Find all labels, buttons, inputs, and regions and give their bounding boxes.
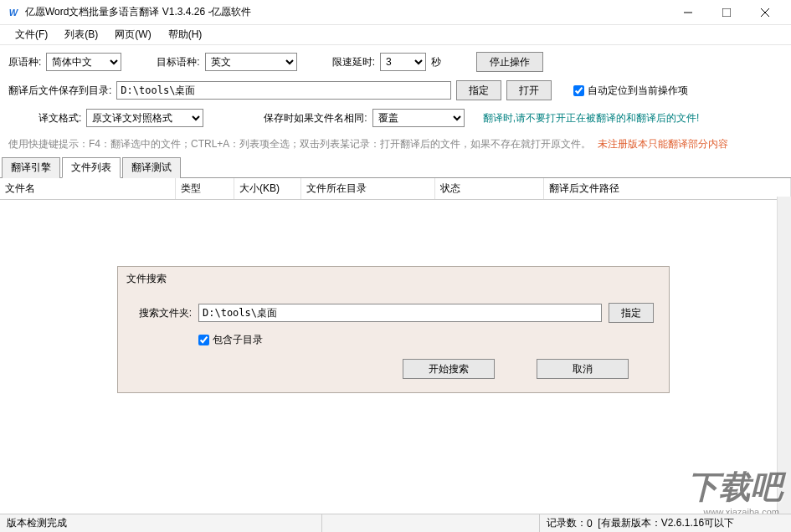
- tab-test[interactable]: 翻译测试: [122, 157, 181, 178]
- dialog-specify-button[interactable]: 指定: [609, 303, 654, 323]
- search-folder-label: 搜索文件夹:: [133, 306, 192, 320]
- target-lang-select[interactable]: 英文: [205, 53, 297, 71]
- auto-locate-input[interactable]: [573, 85, 584, 96]
- tab-engine[interactable]: 翻译引擎: [2, 157, 60, 178]
- menu-file[interactable]: 文件(F): [7, 25, 56, 44]
- col-size[interactable]: 大小(KB): [234, 178, 301, 199]
- open-dir-button[interactable]: 打开: [506, 80, 552, 100]
- tab-filelist[interactable]: 文件列表: [62, 157, 121, 178]
- status-record-count: 记录数：0 [有最新版本：V2.6.1.16可以下: [540, 514, 741, 532]
- source-lang-label: 原语种:: [8, 55, 41, 69]
- shortcut-hint: 使用快捷键提示：F4：翻译选中的文件；CTRL+A：列表项全选；双击列表某记录：…: [8, 137, 591, 151]
- include-subdir-checkbox[interactable]: 包含子目录: [198, 333, 263, 347]
- search-folder-input[interactable]: [198, 304, 602, 322]
- same-name-select[interactable]: 覆盖: [372, 109, 465, 127]
- col-status[interactable]: 状态: [435, 178, 544, 199]
- close-button[interactable]: [746, 0, 784, 25]
- svg-rect-1: [722, 8, 731, 17]
- col-type[interactable]: 类型: [176, 178, 234, 199]
- menu-web[interactable]: 网页(W): [106, 25, 159, 44]
- table-header: 文件名 类型 大小(KB) 文件所在目录 状态 翻译后文件路径: [0, 178, 791, 200]
- col-output[interactable]: 翻译后文件路径: [544, 178, 791, 199]
- toolbar: 原语种: 简体中文 目标语种: 英文 限速延时: 3 秒 停止操作 翻译后文件保…: [0, 45, 791, 136]
- save-dir-input[interactable]: [116, 81, 451, 100]
- col-dir[interactable]: 文件所在目录: [301, 178, 435, 199]
- auto-locate-label: 自动定位到当前操作项: [588, 84, 688, 98]
- dialog-title: 文件搜索: [118, 267, 669, 291]
- rate-limit-unit: 秒: [431, 55, 441, 69]
- minimize-button[interactable]: [669, 0, 707, 25]
- include-subdir-label: 包含子目录: [213, 333, 263, 347]
- menu-list[interactable]: 列表(B): [56, 25, 106, 44]
- file-search-dialog: 文件搜索 搜索文件夹: 指定 包含子目录 开始搜索 取消: [117, 266, 670, 393]
- unregistered-hint: 未注册版本只能翻译部分内容: [598, 137, 728, 151]
- window-title: 亿愿Word文档批量多语言翻译 V1.3.4.26 -亿愿软件: [25, 5, 669, 19]
- app-icon: W: [7, 6, 20, 19]
- start-search-button[interactable]: 开始搜索: [403, 359, 495, 379]
- tabstrip: 翻译引擎 文件列表 翻译测试: [0, 156, 791, 178]
- col-filename[interactable]: 文件名: [0, 178, 176, 199]
- auto-locate-checkbox[interactable]: 自动定位到当前操作项: [573, 84, 688, 98]
- vertical-scrollbar[interactable]: [777, 197, 791, 514]
- specify-dir-button[interactable]: 指定: [456, 80, 501, 100]
- menubar: 文件(F) 列表(B) 网页(W) 帮助(H): [0, 25, 791, 45]
- source-lang-select[interactable]: 简体中文: [46, 53, 121, 71]
- stop-button[interactable]: 停止操作: [476, 52, 543, 72]
- menu-help[interactable]: 帮助(H): [160, 25, 211, 44]
- rate-limit-select[interactable]: 3: [380, 53, 426, 71]
- translate-warning: 翻译时,请不要打开正在被翻译的和翻译后的文件!: [483, 111, 700, 125]
- target-lang-label: 目标语种:: [157, 55, 199, 69]
- status-version-check: 版本检测完成: [0, 514, 322, 532]
- format-select[interactable]: 原文译文对照格式: [86, 109, 203, 127]
- maximize-button[interactable]: [707, 0, 746, 25]
- same-name-label: 保存时如果文件名相同:: [264, 111, 367, 125]
- format-label: 译文格式:: [39, 111, 81, 125]
- hint-row: 使用快捷键提示：F4：翻译选中的文件；CTRL+A：列表项全选；双击列表某记录：…: [0, 136, 791, 156]
- include-subdir-input[interactable]: [198, 335, 209, 345]
- titlebar: W 亿愿Word文档批量多语言翻译 V1.3.4.26 -亿愿软件: [0, 0, 791, 25]
- cancel-button[interactable]: 取消: [537, 359, 629, 379]
- rate-limit-label: 限速延时:: [332, 55, 375, 69]
- save-dir-label: 翻译后文件保存到目录:: [8, 84, 111, 98]
- status-progress: [322, 514, 540, 532]
- statusbar: 版本检测完成 记录数：0 [有最新版本：V2.6.1.16可以下: [0, 514, 791, 532]
